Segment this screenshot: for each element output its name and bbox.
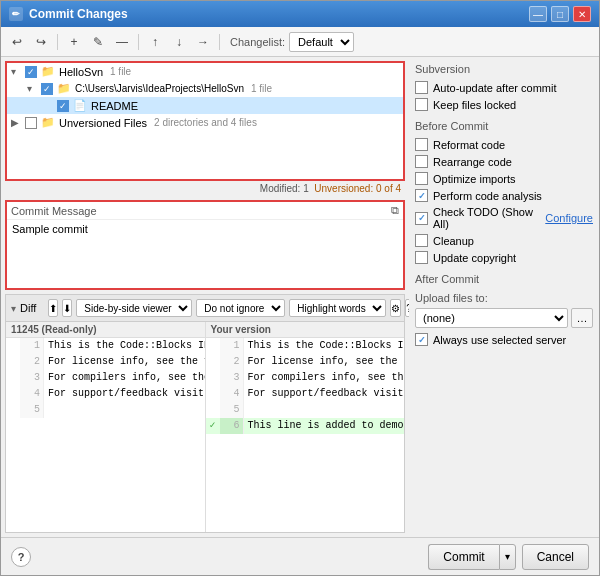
move-right-button[interactable]: → <box>193 32 213 52</box>
unversioned-folder-icon: 📁 <box>41 116 55 129</box>
diff-next-button[interactable]: ⬇ <box>62 299 72 317</box>
checkbox-unversioned[interactable] <box>25 117 37 129</box>
code-analysis-row[interactable]: ✓ Perform code analysis <box>415 188 593 203</box>
always-selected-label: Always use selected server <box>433 334 566 346</box>
tree-item-readme[interactable]: ✓ 📄 README <box>7 97 403 114</box>
commit-button[interactable]: Commit <box>428 544 498 570</box>
diff-expand-icon[interactable]: ▾ <box>11 303 16 314</box>
window-title: Commit Changes <box>29 7 128 21</box>
update-copyright-row[interactable]: Update copyright <box>415 250 593 265</box>
update-copyright-label: Update copyright <box>433 252 516 264</box>
left-panel: ▾ ✓ 📁 HelloSvn 1 file ▾ ✓ 📁 C:\Users\Jar… <box>1 57 409 537</box>
edit-button[interactable]: ✎ <box>88 32 108 52</box>
cleanup-label: Cleanup <box>433 235 474 247</box>
subversion-title: Subversion <box>415 63 593 75</box>
move-down-button[interactable]: ↓ <box>169 32 189 52</box>
rearrange-code-row[interactable]: Rearrange code <box>415 154 593 169</box>
changelist-label: Changelist: <box>230 36 285 48</box>
diff-ignore-select[interactable]: Do not ignore <box>196 299 285 317</box>
remove-button[interactable]: — <box>112 32 132 52</box>
commit-button-group: Commit ▾ <box>428 544 515 570</box>
commit-arrow-button[interactable]: ▾ <box>499 544 516 570</box>
tree-item-unversioned[interactable]: ▶ 📁 Unversioned Files 2 directories and … <box>7 114 403 131</box>
add-button[interactable]: + <box>64 32 84 52</box>
line-num: 5 <box>220 402 244 418</box>
main-window: ✏ Commit Changes — □ ✕ ↩ ↪ + ✎ — ↑ ↓ → C… <box>0 0 600 576</box>
line-num: 4 <box>220 386 244 402</box>
line-num: 3 <box>220 370 244 386</box>
rearrange-code-checkbox[interactable] <box>415 155 428 168</box>
diff-prev-button[interactable]: ⬆ <box>48 299 58 317</box>
line-content: For support/feedback visit http://www. <box>244 386 405 402</box>
line-content: For license info, see the file "COI <box>44 354 205 370</box>
bottom-bar: ? Commit ▾ Cancel <box>1 537 599 575</box>
checkbox-path[interactable]: ✓ <box>41 83 53 95</box>
move-up-button[interactable]: ↑ <box>145 32 165 52</box>
diff-viewer-select[interactable]: Side-by-side viewer <box>76 299 192 317</box>
commit-message-label: Commit Message <box>11 205 97 217</box>
code-analysis-checkbox[interactable]: ✓ <box>415 189 428 202</box>
always-selected-checkbox[interactable]: ✓ <box>415 333 428 346</box>
upload-row: (none) … <box>415 308 593 328</box>
code-analysis-label: Perform code analysis <box>433 190 542 202</box>
help-button[interactable]: ? <box>11 547 31 567</box>
checkbox-readme[interactable]: ✓ <box>57 100 69 112</box>
diff-left-line-5: 5 <box>6 402 205 418</box>
diff-header: ▾ Diff ⬆ ⬇ Side-by-side viewer Do not ig… <box>5 294 405 322</box>
update-copyright-checkbox[interactable] <box>415 251 428 264</box>
copy-icon[interactable]: ⧉ <box>391 204 399 217</box>
unversioned-status: Unversioned: 0 of 4 <box>314 183 401 194</box>
keep-files-row[interactable]: Keep files locked <box>415 97 593 112</box>
diff-right-line-2: 2 For license info, see the file "COPYI <box>206 354 405 370</box>
status-line: Modified: 1 Unversioned: 0 of 4 <box>5 181 405 196</box>
toolbar-separator-1 <box>57 34 58 50</box>
diff-right-column: Your version 1 This is the Code::Blocks … <box>206 322 405 532</box>
minimize-button[interactable]: — <box>529 6 547 22</box>
optimize-imports-checkbox[interactable] <box>415 172 428 185</box>
upload-select[interactable]: (none) <box>415 308 568 328</box>
line-num: 2 <box>220 354 244 370</box>
maximize-button[interactable]: □ <box>551 6 569 22</box>
line-num: 5 <box>20 402 44 418</box>
checkbox-hellosvn[interactable]: ✓ <box>25 66 37 78</box>
configure-link[interactable]: Configure <box>545 212 593 224</box>
diff-highlight-select[interactable]: Highlight words <box>289 299 386 317</box>
tree-item-path[interactable]: ▾ ✓ 📁 C:\Users\Jarvis\IdeaProjects\Hello… <box>7 80 403 97</box>
line-content: For compilers info, see the file "COM <box>244 370 405 386</box>
after-commit-title: After Commit <box>415 273 593 285</box>
commit-message-header: Commit Message ⧉ <box>7 202 403 220</box>
keep-files-label: Keep files locked <box>433 99 516 111</box>
auto-update-row[interactable]: Auto-update after commit <box>415 80 593 95</box>
toolbar-separator-2 <box>138 34 139 50</box>
optimize-imports-row[interactable]: Optimize imports <box>415 171 593 186</box>
readme-label: README <box>91 100 138 112</box>
undo-button[interactable]: ↩ <box>7 32 27 52</box>
close-button[interactable]: ✕ <box>573 6 591 22</box>
reformat-code-label: Reformat code <box>433 139 505 151</box>
reformat-code-row[interactable]: Reformat code <box>415 137 593 152</box>
line-num: 6 <box>220 418 244 434</box>
check-todo-checkbox[interactable]: ✓ <box>415 212 428 225</box>
changelist-select[interactable]: Default <box>289 32 354 52</box>
auto-update-checkbox[interactable] <box>415 81 428 94</box>
check-todo-row[interactable]: ✓ Check TODO (Show All) Configure <box>415 205 593 231</box>
always-selected-row[interactable]: ✓ Always use selected server <box>415 332 593 347</box>
cleanup-checkbox[interactable] <box>415 234 428 247</box>
line-content: This is the Code::Blocks IDE version <box>244 338 405 354</box>
folder-icon: 📁 <box>41 65 55 78</box>
commit-message-input[interactable]: Sample commit <box>7 220 403 280</box>
diff-settings-button[interactable]: ⚙ <box>390 299 401 317</box>
cancel-button[interactable]: Cancel <box>522 544 589 570</box>
line-num: 1 <box>220 338 244 354</box>
keep-files-checkbox[interactable] <box>415 98 428 111</box>
tree-item-hellosvn[interactable]: ▾ ✓ 📁 HelloSvn 1 file <box>7 63 403 80</box>
line-num: 3 <box>20 370 44 386</box>
line-num: 2 <box>20 354 44 370</box>
upload-browse-button[interactable]: … <box>571 308 593 328</box>
line-content: This is the Code::Blocks IDE versic <box>44 338 205 354</box>
reformat-code-checkbox[interactable] <box>415 138 428 151</box>
redo-button[interactable]: ↪ <box>31 32 51 52</box>
unversioned-count: 2 directories and 4 files <box>154 117 257 128</box>
diff-right-header: Your version <box>206 322 405 338</box>
cleanup-row[interactable]: Cleanup <box>415 233 593 248</box>
